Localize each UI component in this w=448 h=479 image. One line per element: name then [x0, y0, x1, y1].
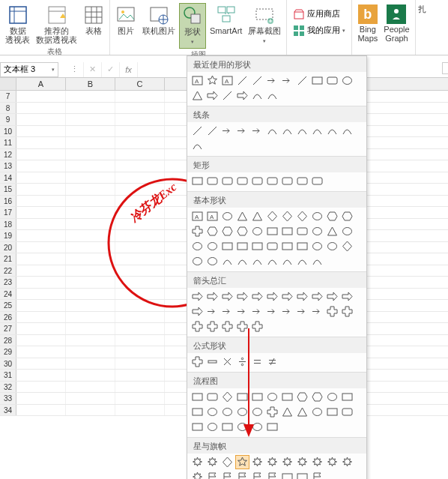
cell[interactable]	[66, 219, 115, 230]
cell[interactable]	[66, 346, 115, 358]
shape-item[interactable]	[265, 174, 279, 188]
row-header[interactable]: 20	[0, 242, 16, 253]
cell[interactable]	[16, 300, 66, 311]
shape-item[interactable]	[265, 470, 279, 479]
shape-item[interactable]	[340, 289, 354, 304]
row-header[interactable]: 34	[0, 405, 16, 416]
shape-item[interactable]	[235, 420, 249, 434]
shape-item[interactable]	[190, 239, 205, 253]
cell[interactable]	[66, 196, 115, 207]
shape-item[interactable]	[235, 455, 249, 469]
cell[interactable]	[115, 160, 165, 172]
shape-item[interactable]	[310, 455, 324, 469]
cell[interactable]	[16, 323, 66, 334]
shapes-button[interactable]: 形状▾	[179, 3, 206, 49]
shape-item[interactable]	[295, 174, 309, 188]
shape-item[interactable]	[250, 470, 264, 479]
shape-item[interactable]	[295, 124, 309, 138]
cell[interactable]	[66, 91, 115, 102]
select-all-corner[interactable]	[0, 78, 16, 90]
shape-item[interactable]	[265, 405, 279, 419]
shape-item[interactable]	[235, 319, 249, 334]
shape-item[interactable]	[250, 73, 264, 88]
shape-item[interactable]	[310, 254, 324, 268]
cell[interactable]	[16, 196, 66, 207]
cell[interactable]	[115, 265, 165, 277]
column-header[interactable]: B	[66, 78, 115, 90]
cell[interactable]	[115, 300, 165, 311]
shape-item[interactable]	[250, 88, 264, 103]
shape-item[interactable]	[190, 88, 205, 103]
cell[interactable]	[66, 265, 115, 277]
cell[interactable]	[66, 277, 115, 288]
row-header[interactable]: 9	[0, 114, 16, 125]
cell[interactable]	[16, 149, 66, 160]
cell[interactable]	[16, 382, 66, 393]
cell[interactable]	[66, 289, 115, 300]
shape-item[interactable]	[235, 390, 249, 404]
cell[interactable]	[66, 370, 115, 381]
shape-item[interactable]	[205, 455, 220, 469]
cell[interactable]	[66, 137, 115, 148]
cell[interactable]	[115, 370, 165, 381]
shape-item[interactable]	[250, 390, 264, 404]
shape-item[interactable]	[220, 390, 234, 404]
shape-item[interactable]	[280, 73, 294, 88]
shape-item[interactable]	[205, 355, 220, 369]
shape-item[interactable]	[295, 390, 309, 404]
shape-item[interactable]	[325, 304, 339, 319]
shape-item[interactable]	[220, 470, 234, 479]
cell[interactable]	[16, 393, 66, 404]
cell[interactable]	[66, 300, 115, 311]
shape-item[interactable]	[310, 405, 324, 419]
shape-item[interactable]	[220, 355, 234, 369]
shape-item[interactable]	[265, 209, 279, 223]
cell[interactable]	[115, 126, 165, 137]
pivot-table-button[interactable]: 数据 透视表	[3, 3, 32, 46]
shape-item[interactable]	[250, 224, 264, 238]
cell[interactable]	[16, 207, 66, 218]
shape-item[interactable]	[295, 73, 309, 88]
shape-item[interactable]	[280, 239, 294, 253]
cell[interactable]	[115, 149, 165, 160]
shape-item[interactable]	[220, 455, 234, 469]
shape-item[interactable]	[340, 73, 354, 88]
row-header[interactable]: 10	[0, 126, 16, 137]
cell[interactable]	[115, 289, 165, 300]
row-header[interactable]: 21	[0, 253, 16, 265]
cell[interactable]	[16, 172, 66, 184]
shape-item[interactable]	[265, 304, 279, 319]
row-header[interactable]: 33	[0, 393, 16, 404]
shape-item[interactable]	[310, 304, 324, 319]
shape-item[interactable]	[190, 390, 205, 404]
row-header[interactable]: 15	[0, 184, 16, 195]
cell[interactable]	[66, 393, 115, 404]
shape-item[interactable]	[325, 239, 339, 253]
row-header[interactable]: 31	[0, 370, 16, 381]
row-header[interactable]: 12	[0, 149, 16, 160]
online-picture-button[interactable]: 联机图片	[140, 3, 178, 37]
shape-item[interactable]	[205, 304, 220, 319]
row-header[interactable]: 29	[0, 346, 16, 358]
shape-item[interactable]	[310, 209, 324, 223]
confirm-button[interactable]: ✓	[102, 62, 120, 77]
shape-item[interactable]	[250, 304, 264, 319]
shape-item[interactable]	[280, 209, 294, 223]
column-header[interactable]: A	[16, 78, 66, 90]
shape-item[interactable]: A	[220, 73, 234, 88]
shape-item[interactable]	[190, 420, 205, 434]
cell[interactable]	[115, 137, 165, 148]
shape-item[interactable]	[205, 254, 220, 268]
cell[interactable]	[115, 277, 165, 288]
shape-item[interactable]	[340, 224, 354, 238]
shape-item[interactable]	[295, 209, 309, 223]
shape-item[interactable]	[340, 455, 354, 469]
shape-item[interactable]	[235, 73, 249, 88]
shape-item[interactable]	[280, 124, 294, 138]
row-header[interactable]: 23	[0, 277, 16, 288]
cell[interactable]	[66, 405, 115, 416]
shape-item[interactable]	[220, 239, 234, 253]
shape-item[interactable]	[280, 289, 294, 304]
cell[interactable]	[66, 149, 115, 160]
shape-item[interactable]	[235, 304, 249, 319]
